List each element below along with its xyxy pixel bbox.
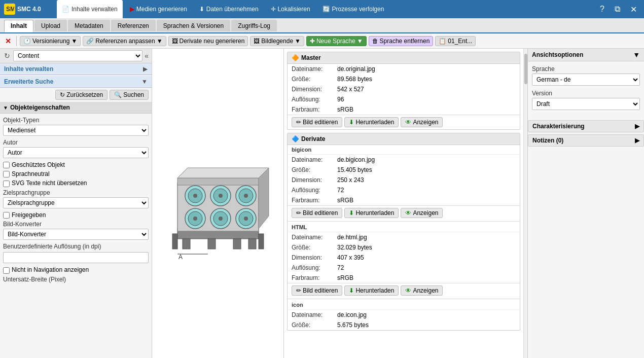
derivate-title: Derivate [301, 135, 325, 142]
autor-row: Autor Autor [3, 139, 149, 158]
bigicon-view-button[interactable]: 👁 Anzeigen [401, 208, 443, 218]
svg-point-24 [244, 217, 248, 221]
toolbar: ✕ 🕐 Versionierung ▼ 🔗 Referenzen anpasse… [0, 33, 644, 49]
bildlegende-button[interactable]: 🖼 Bildlegende ▼ [250, 36, 304, 46]
tab-metadaten[interactable]: Metadaten [68, 20, 110, 31]
info-scrollbar[interactable] [523, 49, 527, 358]
bigicon-edit-button[interactable]: ✏ Bild editieren [292, 208, 342, 218]
bildlegende-icon: 🖼 [254, 38, 260, 45]
objekteigenschaften-header[interactable]: ▼ Objekteigenschaften [0, 102, 152, 114]
reset-button[interactable]: ↻ Zurücksetzen [55, 90, 108, 100]
sprachneutral-checkbox[interactable] [3, 171, 10, 177]
table-row: Dimension:407 x 395 [288, 253, 520, 263]
restore-button[interactable]: ⧉ [612, 4, 623, 15]
table-row: Auflösung: 96 [288, 94, 520, 104]
right-form: Sprache German - de Version Draft [528, 61, 644, 118]
derivate-sep-1 [288, 221, 520, 222]
tab-upload[interactable]: Upload [34, 20, 67, 31]
versioning-button[interactable]: 🕐 Versionierung ▼ [20, 36, 81, 46]
sprachneutral-row: Sprachneutral [3, 170, 149, 177]
bild-konverter-select[interactable]: Bild-Konverter [3, 229, 149, 240]
svg-rect-28 [208, 239, 216, 249]
html-edit-button[interactable]: ✏ Bild editieren [292, 285, 342, 296]
benutzerdefinierte-row: Benutzerdefinierte Auflösung (in dpi) [3, 243, 149, 263]
svg-texte-checkbox[interactable] [3, 181, 10, 187]
html-view-button[interactable]: 👁 Anzeigen [401, 285, 443, 296]
bigicon-label: bigicon [288, 145, 520, 155]
referenzen-button[interactable]: 🔗 Referenzen anpassen ▼ [83, 36, 166, 46]
collapse-left-button[interactable]: « [145, 52, 149, 60]
title-tab-prozesse[interactable]: 🔄 Prozesse verfolgen [317, 0, 389, 18]
refresh-button[interactable]: ↻ [3, 51, 11, 61]
title-tab-inhalte[interactable]: 📄 Inhalte verwalten [57, 0, 123, 18]
title-tab-daten[interactable]: ⬇ Daten übernehmen [194, 0, 264, 18]
title-tab-lokalisieren[interactable]: ✛ Lokalisieren [266, 0, 315, 18]
table-row: Dateiname:de.bigicon.jpg [288, 155, 520, 165]
html-download-button[interactable]: ⬇ Herunterladen [344, 285, 399, 296]
right-panel-expand-icon[interactable]: ▼ [633, 51, 640, 59]
dpi-input[interactable] [3, 252, 149, 263]
title-tab-medien[interactable]: ▶ Medien generieren [125, 0, 192, 18]
nicht-navigation-checkbox[interactable] [3, 267, 10, 274]
suche-expand-icon: ▼ [141, 78, 148, 85]
entry-button[interactable]: 📋 01_Ent... [435, 36, 476, 46]
svg-text:SM: SM [6, 6, 14, 13]
content-select[interactable]: Content [13, 50, 142, 61]
bildlegende-dropdown-icon: ▼ [295, 38, 301, 45]
derivate-icon: 🖼 [172, 38, 178, 45]
bigicon-download-button[interactable]: ⬇ Herunterladen [344, 208, 399, 218]
sprache-entfernen-button[interactable]: 🗑 Sprache entfernen [369, 36, 434, 46]
notizen-header[interactable]: Notizen (0) ▶ [528, 135, 643, 146]
zielsprachgruppe-select[interactable]: Zielsprachgruppe [3, 197, 149, 208]
tab-zugriff[interactable]: Zugriffs-Log [231, 20, 277, 31]
sprachneutral-label: Sprachneutral [12, 170, 50, 177]
table-row: Farbraum:sRGB [288, 195, 520, 205]
svg-point-9 [193, 194, 197, 198]
toolbar-sep-1 [16, 36, 17, 46]
svg-point-21 [219, 217, 223, 221]
svg-rect-6 [177, 178, 259, 185]
notizen-section: Notizen (0) ▶ [528, 134, 644, 147]
inhalte-expand-icon: ▶ [143, 65, 148, 73]
search-button[interactable]: 🔍 Suchen [110, 90, 149, 100]
neue-sprache-button[interactable]: ✚ Neue Sprache ▼ [306, 36, 367, 46]
bigicon-edit-icon: ✏ [296, 209, 301, 217]
master-download-button[interactable]: ⬇ Herunterladen [344, 117, 399, 127]
help-button[interactable]: ? [597, 4, 607, 15]
right-panel-title: Ansichtsoptionen [532, 51, 583, 58]
toolbar-close-button[interactable]: ✕ [3, 36, 13, 46]
table-row: Größe:15.405 bytes [288, 165, 520, 175]
derivate-header: 🔷 Derivate [288, 133, 520, 145]
reset-icon: ↻ [60, 91, 65, 98]
derivate-button[interactable]: 🖼 Derivate neu generieren [168, 36, 248, 46]
charakterisierung-section: Charakterisierung ▶ [528, 120, 644, 132]
tab-sprachen[interactable]: Sprachen & Versionen [157, 20, 230, 31]
referenzen-dropdown-icon: ▼ [157, 38, 163, 45]
master-edit-button[interactable]: ✏ Bild editieren [292, 117, 342, 127]
sprache-select[interactable]: German - de [532, 74, 640, 86]
close-button[interactable]: ✕ [627, 4, 640, 15]
tab-inhalt[interactable]: Inhalt [4, 20, 33, 32]
icon-label: icon [288, 300, 520, 310]
charakterisierung-header[interactable]: Charakterisierung ▶ [528, 121, 643, 132]
geschuetzt-checkbox[interactable] [3, 162, 10, 168]
objekt-typen-select[interactable]: Medienset [3, 125, 149, 136]
version-select[interactable]: Draft [532, 98, 640, 110]
master-header: 🔶 Master [288, 52, 520, 64]
derivate-section: 🔷 Derivate bigicon Dateiname:de.bigicon.… [287, 133, 520, 331]
bigicon-table: Dateiname:de.bigicon.jpg Größe:15.405 by… [288, 155, 520, 205]
svg-point-18 [193, 217, 197, 221]
search-icon: 🔍 [114, 91, 122, 98]
bigicon-actions: ✏ Bild editieren ⬇ Herunterladen 👁 Anzei… [288, 205, 520, 220]
master-title: Master [301, 54, 321, 61]
autor-select[interactable]: Autor [3, 147, 149, 158]
tab-referenzen[interactable]: Referenzen [111, 20, 156, 31]
svg-rect-29 [233, 239, 241, 249]
right-panel-header: Ansichtsoptionen ▼ [528, 49, 644, 61]
objekteigenschaften-content: Objekt-Typen Medienset Autor Autor Gesch… [0, 114, 152, 289]
freigegeben-checkbox[interactable] [3, 212, 10, 219]
svg-point-12 [219, 194, 223, 198]
html-edit-icon: ✏ [296, 287, 301, 294]
icon-table: Dateiname:de.icon.jpg Größe:5.675 bytes [288, 310, 520, 330]
master-view-button[interactable]: 👁 Anzeigen [401, 117, 443, 127]
